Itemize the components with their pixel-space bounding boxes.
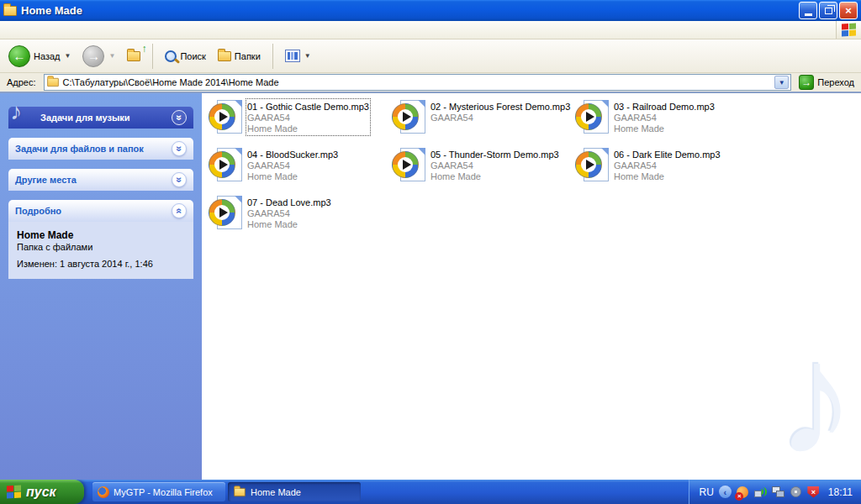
clock[interactable]: 18:11 bbox=[828, 486, 853, 498]
security-alert-icon[interactable]: × bbox=[807, 486, 819, 498]
back-dropdown-caret[interactable]: ▼ bbox=[65, 52, 71, 60]
chevron-down-icon[interactable]: » bbox=[172, 110, 187, 125]
language-indicator[interactable]: RU bbox=[700, 486, 714, 498]
windows-logo-panel bbox=[836, 21, 861, 39]
chevron-down-icon[interactable]: » bbox=[172, 141, 187, 156]
chevron-up-icon[interactable]: « bbox=[172, 203, 187, 218]
media-player-file-icon bbox=[575, 100, 609, 135]
hide-icons-chevron-icon[interactable]: ‹ bbox=[719, 486, 732, 498]
file-tile[interactable]: 03 - Railroad Demo.mp3 GAARA54 Home Made bbox=[575, 100, 758, 148]
panel-title: Другие места bbox=[15, 175, 77, 185]
menu-items bbox=[0, 21, 836, 39]
file-tile[interactable]: 02 - Mysterious Forest Demo.mp3 GAARA54 bbox=[392, 100, 575, 148]
panel-file-folder-tasks-header[interactable]: Задачи для файлов и папок » bbox=[8, 138, 193, 160]
network-monitors-icon[interactable] bbox=[772, 486, 784, 497]
file-tile[interactable]: 01 - Gothic Castle Demo.mp3 GAARA54 Home… bbox=[209, 100, 392, 148]
file-tile[interactable]: 06 - Dark Elite Demo.mp3 GAARA54 Home Ma… bbox=[575, 148, 758, 196]
panel-other-places: Другие места » bbox=[8, 169, 193, 191]
wireless-network-icon[interactable] bbox=[754, 486, 767, 497]
file-album: Home Made bbox=[614, 123, 715, 134]
firefox-icon bbox=[98, 486, 109, 498]
panel-file-folder-tasks: Задачи для файлов и папок » bbox=[8, 138, 193, 160]
file-name: 03 - Railroad Demo.mp3 bbox=[614, 102, 715, 113]
task-buttons: MyGTP - Mozilla Firefox Home Made bbox=[92, 482, 689, 501]
address-dropdown-button[interactable]: ▼ bbox=[774, 76, 789, 89]
media-player-file-icon bbox=[392, 148, 425, 183]
file-name: 06 - Dark Elite Demo.mp3 bbox=[614, 150, 721, 160]
folders-icon bbox=[218, 51, 231, 61]
file-name: 01 - Gothic Castle Demo.mp3 bbox=[247, 102, 369, 113]
file-album: Home Made bbox=[247, 123, 369, 134]
address-input[interactable]: C:\Табулатуры\Своё\Home Made 2014\Home M… bbox=[44, 74, 792, 91]
views-button[interactable]: ▼ bbox=[282, 48, 314, 64]
file-album: Home Made bbox=[247, 171, 338, 182]
search-icon bbox=[165, 50, 177, 62]
file-tile[interactable]: 07 - Dead Love.mp3 GAARA54 Home Made bbox=[209, 196, 392, 244]
folder-icon bbox=[234, 487, 246, 496]
file-artist: GAARA54 bbox=[430, 113, 570, 123]
menubar bbox=[0, 21, 861, 39]
panel-title: Подробно bbox=[15, 206, 61, 216]
file-tile[interactable]: 05 - Thunder-Storm Demo.mp3 GAARA54 Home… bbox=[392, 148, 575, 196]
address-value[interactable]: C:\Табулатуры\Своё\Home Made 2014\Home M… bbox=[63, 77, 772, 87]
panel-other-places-header[interactable]: Другие места » bbox=[8, 169, 193, 191]
panel-title: Задачи для музыки bbox=[40, 113, 130, 123]
search-button[interactable]: Поиск bbox=[161, 49, 209, 64]
media-player-file-icon bbox=[575, 148, 609, 183]
minimize-button[interactable] bbox=[799, 2, 817, 19]
address-folder-icon bbox=[47, 78, 59, 87]
task-button[interactable]: MyGTP - Mozilla Firefox bbox=[92, 482, 225, 501]
file-tiles: 01 - Gothic Castle Demo.mp3 GAARA54 Home… bbox=[209, 100, 861, 244]
panel-details-header[interactable]: Подробно « bbox=[8, 200, 193, 222]
file-name: 05 - Thunder-Storm Demo.mp3 bbox=[430, 150, 559, 160]
close-button[interactable]: × bbox=[839, 2, 858, 19]
toolbar-separator bbox=[272, 44, 273, 69]
titlebar: Home Made × bbox=[0, 0, 861, 21]
up-folder-icon bbox=[127, 51, 140, 61]
file-artist: GAARA54 bbox=[247, 113, 369, 123]
search-label: Поиск bbox=[180, 51, 205, 61]
task-pane: ♪ Задачи для музыки » Задачи для файлов … bbox=[0, 93, 202, 480]
go-button[interactable]: → Переход bbox=[795, 75, 858, 90]
restore-button[interactable] bbox=[819, 2, 837, 19]
restore-icon bbox=[825, 8, 832, 14]
back-button[interactable]: ← Назад ▼ bbox=[5, 44, 74, 69]
chevron-down-icon[interactable]: » bbox=[172, 172, 187, 187]
go-icon: → bbox=[799, 75, 814, 90]
file-album: Home Made bbox=[430, 171, 559, 182]
forward-dropdown-caret[interactable]: ▼ bbox=[108, 52, 115, 60]
disc-icon[interactable] bbox=[790, 486, 801, 497]
task-button[interactable]: Home Made bbox=[228, 482, 361, 501]
toolbar: ← Назад ▼ → ▼ ↑ Поиск Папки ▼ bbox=[0, 39, 861, 73]
file-album: Home Made bbox=[614, 171, 721, 182]
toolbar-separator bbox=[152, 44, 153, 69]
start-windows-logo-icon bbox=[7, 485, 21, 498]
file-name: 07 - Dead Love.mp3 bbox=[247, 197, 331, 208]
windows-logo-icon bbox=[842, 23, 856, 36]
panel-details: Подробно « Home Made Папка с файлами Изм… bbox=[8, 200, 193, 279]
media-player-file-icon bbox=[209, 148, 242, 183]
forward-button[interactable]: → ▼ bbox=[79, 44, 119, 69]
panel-music-tasks-header[interactable]: ♪ Задачи для музыки » bbox=[8, 107, 193, 129]
address-bar: Адрес: C:\Табулатуры\Своё\Home Made 2014… bbox=[0, 73, 861, 93]
details-folder-type: Папка с файлами bbox=[17, 242, 185, 252]
address-label: Адрес: bbox=[3, 77, 40, 87]
file-tile[interactable]: 04 - BloodSucker.mp3 GAARA54 Home Made bbox=[209, 148, 392, 196]
download-alert-icon[interactable] bbox=[737, 486, 748, 498]
views-icon bbox=[285, 50, 300, 62]
music-note-icon: ♪ bbox=[10, 98, 22, 125]
system-tray: RU ‹ × 18:11 bbox=[689, 480, 861, 504]
up-button[interactable]: ↑ bbox=[124, 50, 144, 63]
task-label: MyGTP - Mozilla Firefox bbox=[114, 487, 213, 497]
views-dropdown-caret[interactable]: ▼ bbox=[304, 52, 311, 60]
media-player-file-icon bbox=[392, 100, 425, 135]
file-artist: GAARA54 bbox=[247, 208, 331, 219]
file-artist: GAARA54 bbox=[614, 160, 721, 171]
go-label: Переход bbox=[817, 77, 854, 87]
up-arrow-icon: ↑ bbox=[141, 43, 146, 55]
window-title: Home Made bbox=[21, 4, 82, 17]
start-button[interactable]: пуск bbox=[0, 480, 84, 504]
panel-music-tasks: ♪ Задачи для музыки » bbox=[8, 107, 193, 129]
folders-button[interactable]: Папки bbox=[214, 50, 264, 63]
file-artist: GAARA54 bbox=[614, 113, 715, 123]
